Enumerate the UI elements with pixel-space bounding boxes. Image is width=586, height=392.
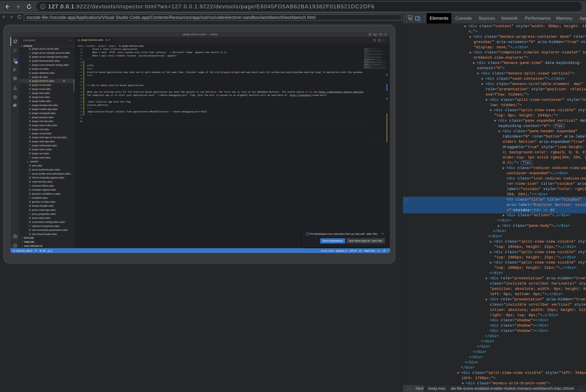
svg-text:T: T xyxy=(14,104,15,106)
